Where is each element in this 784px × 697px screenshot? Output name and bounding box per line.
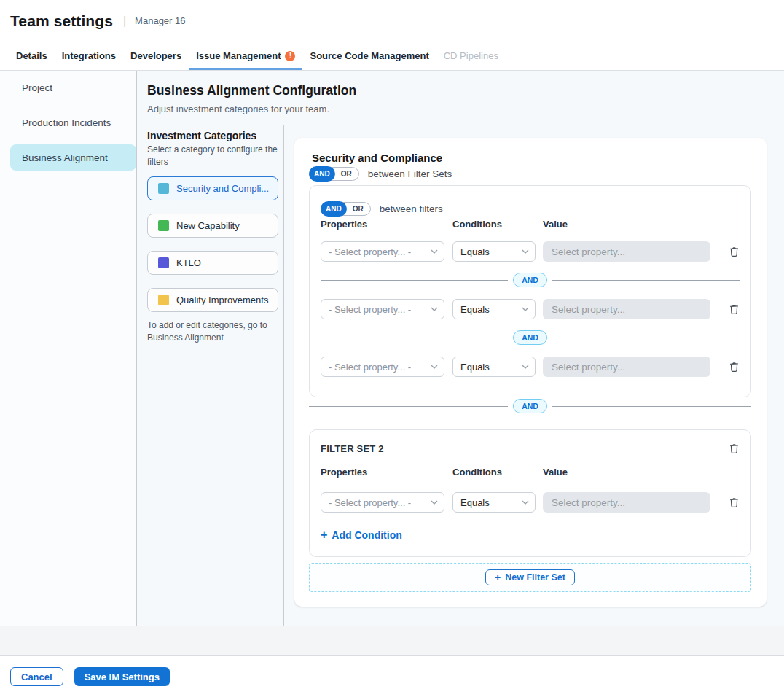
toggle-and-option[interactable]: AND bbox=[321, 201, 347, 217]
property-select[interactable]: - Select property... - bbox=[321, 241, 444, 262]
filter-configuration-card: Security and Compliance AND OR between F… bbox=[294, 138, 767, 607]
title-divider: | bbox=[123, 15, 126, 28]
warning-badge-icon: ! bbox=[285, 51, 295, 61]
delete-filter-icon[interactable] bbox=[729, 361, 740, 373]
condition-select[interactable]: Equals bbox=[452, 241, 536, 262]
team-context-label: Manager 16 bbox=[135, 15, 185, 26]
category-color-swatch bbox=[158, 183, 169, 194]
tab-issue-management[interactable]: Issue Management ! bbox=[189, 42, 302, 70]
and-connector-pill: AND bbox=[513, 330, 547, 345]
plus-icon: + bbox=[321, 529, 327, 542]
sidebar-item-production-incidents[interactable]: Production Incidents bbox=[10, 109, 136, 136]
chevron-down-icon bbox=[431, 307, 438, 311]
column-header-value: Value bbox=[543, 219, 568, 230]
property-select[interactable]: - Select property... - bbox=[321, 492, 444, 513]
category-ktlo[interactable]: KTLO bbox=[147, 251, 278, 275]
chevron-down-icon bbox=[522, 249, 529, 254]
tab-source-code-management[interactable]: Source Code Management bbox=[302, 42, 436, 70]
filter-row: - Select property... - Equals Select pro… bbox=[321, 241, 740, 262]
chevron-down-icon bbox=[522, 500, 529, 505]
value-input[interactable]: Select property... bbox=[543, 492, 710, 513]
filter-row: - Select property... - Equals Select pro… bbox=[321, 299, 740, 319]
category-quality-improvements[interactable]: Quality Improvements bbox=[147, 288, 278, 312]
toggle-or-option[interactable]: OR bbox=[334, 170, 358, 178]
chevron-down-icon bbox=[522, 307, 529, 311]
condition-select[interactable]: Equals bbox=[452, 357, 536, 377]
sidebar-item-business-alignment[interactable]: Business Alignment bbox=[10, 144, 136, 171]
new-filter-set-button[interactable]: + New Filter Set bbox=[485, 569, 575, 585]
delete-filter-icon[interactable] bbox=[729, 303, 740, 315]
toggle-and-option[interactable]: AND bbox=[309, 166, 335, 182]
category-security-and-compliance[interactable]: Security and Compli... bbox=[147, 176, 278, 200]
property-select[interactable]: - Select property... - bbox=[321, 299, 444, 319]
value-input[interactable]: Select property... bbox=[543, 357, 710, 377]
chevron-down-icon bbox=[431, 365, 438, 369]
value-input[interactable]: Select property... bbox=[543, 241, 710, 262]
section-title: Business Alignment Configuration bbox=[147, 83, 767, 98]
property-select[interactable]: - Select property... - bbox=[321, 357, 444, 377]
category-color-swatch bbox=[158, 295, 169, 305]
new-filter-set-dropzone: + New Filter Set bbox=[309, 563, 751, 592]
filters-and-or-toggle[interactable]: AND OR bbox=[321, 202, 371, 216]
between-filters-label: between filters bbox=[380, 203, 443, 214]
chevron-down-icon bbox=[431, 500, 438, 505]
delete-filter-icon[interactable] bbox=[729, 246, 740, 257]
category-new-capability[interactable]: New Capability bbox=[147, 214, 278, 238]
category-color-swatch bbox=[158, 257, 169, 268]
filter-set-1: AND OR between filters Properties Condit… bbox=[309, 185, 751, 397]
toggle-or-option[interactable]: OR bbox=[346, 205, 370, 213]
chevron-down-icon bbox=[522, 365, 529, 369]
tab-developers[interactable]: Developers bbox=[123, 42, 189, 70]
footer-actions: Cancel Save IM Settings bbox=[0, 656, 784, 697]
filter-set-connector: AND bbox=[309, 399, 751, 413]
page-header: Team settings | Manager 16 bbox=[0, 0, 784, 42]
delete-filter-set-icon[interactable] bbox=[729, 443, 740, 454]
categories-note: To add or edit categories, go to Busines… bbox=[147, 319, 277, 345]
settings-sidebar: Project Production Incidents Business Al… bbox=[0, 71, 137, 626]
filter-connector: AND bbox=[321, 273, 740, 287]
condition-select[interactable]: Equals bbox=[452, 299, 536, 319]
column-header-conditions: Conditions bbox=[452, 467, 543, 478]
plus-icon: + bbox=[495, 572, 501, 583]
tab-integrations[interactable]: Integrations bbox=[55, 42, 123, 70]
category-color-swatch bbox=[158, 220, 169, 231]
and-connector-pill: AND bbox=[513, 399, 547, 413]
filter-connector: AND bbox=[321, 330, 740, 345]
column-header-properties: Properties bbox=[321, 467, 452, 478]
investment-categories-panel: Investment Categories Select a category … bbox=[147, 125, 284, 626]
add-condition-button[interactable]: + Add Condition bbox=[321, 529, 740, 542]
selected-category-title: Security and Compliance bbox=[309, 152, 751, 164]
categories-title: Investment Categories bbox=[147, 130, 278, 141]
value-input[interactable]: Select property... bbox=[543, 299, 710, 319]
condition-select[interactable]: Equals bbox=[452, 492, 536, 513]
filter-set-2-title: FILTER SET 2 bbox=[321, 443, 384, 454]
sidebar-item-project[interactable]: Project bbox=[10, 74, 136, 101]
categories-helper: Select a category to configure the filte… bbox=[147, 144, 281, 168]
tab-bar: Details Integrations Developers Issue Ma… bbox=[0, 42, 784, 71]
and-connector-pill: AND bbox=[513, 273, 547, 287]
cancel-button[interactable]: Cancel bbox=[10, 667, 63, 686]
delete-filter-icon[interactable] bbox=[729, 497, 740, 508]
column-header-value: Value bbox=[543, 467, 568, 478]
footer-spacer bbox=[0, 626, 784, 656]
tab-details[interactable]: Details bbox=[9, 42, 55, 70]
page-title: Team settings bbox=[10, 12, 113, 30]
save-im-settings-button[interactable]: Save IM Settings bbox=[74, 667, 170, 686]
filter-row: - Select property... - Equals Select pro… bbox=[321, 492, 740, 513]
tab-cd-pipelines: CD Pipelines bbox=[436, 42, 506, 70]
between-filter-sets-label: between Filter Sets bbox=[368, 168, 452, 179]
filter-sets-and-or-toggle[interactable]: AND OR bbox=[309, 167, 359, 181]
chevron-down-icon bbox=[431, 249, 438, 254]
column-header-conditions: Conditions bbox=[452, 219, 543, 230]
section-subtitle: Adjust investment categories for your te… bbox=[147, 104, 767, 114]
column-header-properties: Properties bbox=[321, 219, 452, 230]
filter-row: - Select property... - Equals Select pro… bbox=[321, 357, 740, 377]
filter-set-2: FILTER SET 2 Properties Conditions Value bbox=[309, 429, 751, 557]
